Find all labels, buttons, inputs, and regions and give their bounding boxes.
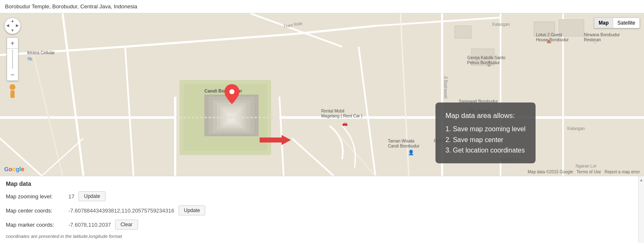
svg-text:🛍: 🛍	[27, 56, 32, 62]
zoom-out-button[interactable]: −	[7, 70, 18, 80]
scrollbar[interactable]: ▲	[638, 176, 644, 243]
zoom-in-button[interactable]: +	[7, 38, 18, 49]
svg-text:Lotus 2 Guest: Lotus 2 Guest	[536, 32, 562, 37]
svg-text:Petrus Borobudur: Petrus Borobudur	[467, 60, 500, 65]
svg-text:Gereja Katolik Santo: Gereja Katolik Santo	[467, 55, 506, 60]
marker-value: -7.6078,110.2037	[68, 222, 111, 228]
svg-marker-69	[260, 135, 291, 145]
center-update-button[interactable]: Update	[179, 205, 206, 215]
clear-button[interactable]: Clear	[115, 220, 138, 230]
coords-note: coordinates are presented in the latitud…	[6, 234, 638, 239]
pan-left-arrow[interactable]: ◀	[6, 24, 9, 28]
svg-rect-41	[559, 20, 584, 36]
terms-link[interactable]: Terms of Use	[576, 170, 601, 174]
svg-text:👤: 👤	[408, 149, 414, 155]
pan-control[interactable]: ▲ ◀▶ ▼	[4, 18, 21, 34]
svg-text:Kalangan: Kalangan	[567, 126, 585, 131]
svg-text:Taman Wisata: Taman Wisata	[388, 139, 415, 143]
map-container[interactable]: Tram Ride Jl Badrawati Ngaran Lor Ngaran…	[0, 13, 644, 176]
zoom-control: + −	[7, 38, 18, 81]
svg-point-68	[229, 89, 234, 94]
marker-label: Map marker coords:	[6, 222, 64, 228]
svg-text:⛪: ⛪	[486, 60, 492, 67]
svg-text:🍴: 🍴	[592, 38, 598, 44]
svg-text:Jl Badrawati: Jl Badrawati	[443, 76, 448, 98]
tooltip-title: Map data area allows:	[445, 110, 526, 121]
svg-text:ikirana Cellular: ikirana Cellular	[27, 50, 55, 55]
svg-text:Ngaran Lor: Ngaran Lor	[576, 164, 597, 168]
location-title: Borobudur Temple, Borobudur, Central Jav…	[5, 3, 137, 10]
svg-text:Magelang ( Rent Car ): Magelang ( Rent Car )	[321, 114, 362, 118]
data-section-heading: Map data	[6, 180, 638, 187]
center-label: Map center coords:	[6, 208, 64, 214]
svg-text:House Borobudur: House Borobudur	[536, 38, 569, 42]
svg-text:🚗: 🚗	[342, 120, 348, 126]
page-title: Borobudur Temple, Borobudur, Central Jav…	[0, 0, 644, 13]
scroll-up-arrow[interactable]: ▲	[639, 177, 644, 183]
pan-up-arrow[interactable]: ▲	[11, 19, 15, 23]
svg-rect-11	[229, 114, 235, 122]
zoom-level-row: Map zooming level: 17 Update	[6, 191, 638, 201]
map-attribution: Map data ©2015 Google Terms of Use Repor…	[528, 170, 640, 174]
tooltip-item-1: 1. Save map zooming level	[445, 124, 526, 135]
map-button[interactable]: Map	[594, 18, 613, 28]
google-logo: Google	[4, 166, 24, 172]
svg-text:🏨: 🏨	[546, 38, 552, 44]
satellite-button[interactable]: Satellite	[613, 18, 639, 28]
map-data-text: Map data ©2015 Google	[528, 170, 573, 174]
report-link[interactable]: Report a map error	[605, 170, 640, 174]
arrow-indicator	[259, 134, 292, 148]
zoom-update-button[interactable]: Update	[78, 191, 106, 201]
svg-text:Kalangan: Kalangan	[492, 22, 510, 27]
map-type-controls: Map Satellite	[594, 18, 640, 28]
tooltip-item-3: 3. Get location coordinates	[445, 145, 526, 156]
tooltip-item-2: 2. Save map center	[445, 135, 526, 145]
pegman-control[interactable]	[8, 84, 17, 98]
pan-down-arrow[interactable]: ▼	[11, 29, 15, 32]
marker-coords-row: Map marker coords: -7.6078,110.2037 Clea…	[6, 220, 638, 230]
zoom-label: Map zooming level:	[6, 193, 64, 200]
nav-control: ▲ ◀▶ ▼ + −	[4, 18, 21, 98]
map-tooltip: Map data area allows: 1. Save map zoomin…	[435, 102, 536, 163]
svg-text:Nirwana Borobudur: Nirwana Borobudur	[584, 32, 620, 37]
center-value: -7.607884434393812,110.205757592343​16	[68, 208, 174, 214]
svg-rect-43	[455, 26, 471, 38]
svg-text:Rental Mobil: Rental Mobil	[321, 109, 345, 113]
pan-right-arrow[interactable]: ▶	[16, 24, 19, 28]
svg-text:Candi Borobudur: Candi Borobudur	[388, 144, 420, 148]
data-area: Map data Map zooming level: 17 Update Ma…	[0, 176, 644, 243]
zoom-value: 17	[68, 193, 74, 200]
center-coords-row: Map center coords: -7.607884434393812,11…	[6, 205, 638, 215]
